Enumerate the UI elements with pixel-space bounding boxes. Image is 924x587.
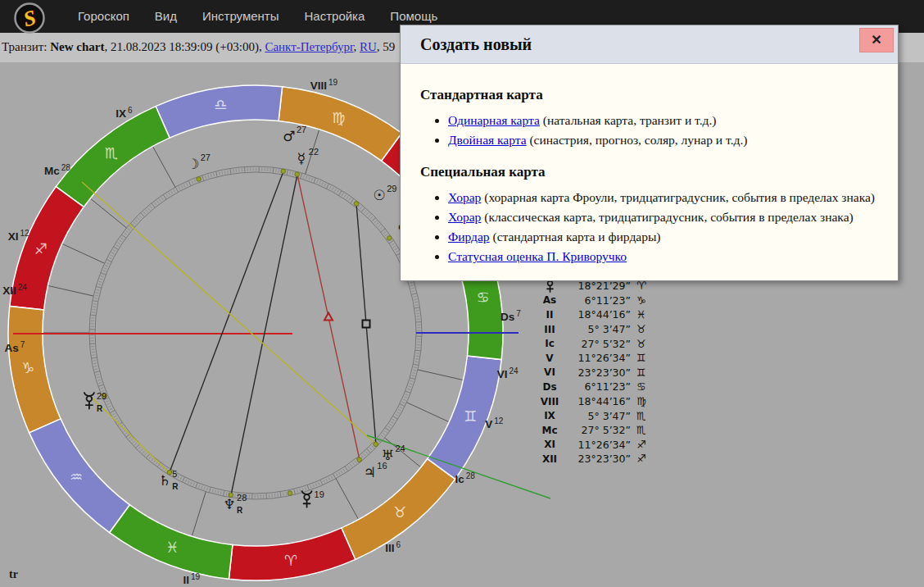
degree-dot-venus	[387, 236, 392, 241]
svg-text:5: 5	[172, 469, 177, 479]
menu-items: ГороскопВидИнструментыНастройкаПомощь	[78, 0, 437, 33]
point-label: Ic	[534, 338, 565, 349]
svg-text:19: 19	[315, 489, 324, 499]
svg-text:♃: ♃	[364, 464, 376, 480]
sign-glyph-scorpio: ♏	[105, 144, 118, 162]
degree-dot-sun	[354, 202, 359, 207]
zodiac-sign-glyph: ♑	[631, 294, 649, 307]
point-position: 11°26’34”	[565, 352, 631, 364]
dialog-body: Стандартная картаОдинарная карта (наталь…	[401, 64, 898, 264]
house-label-II: II19	[183, 572, 201, 586]
position-row-XI: XI11°26’34”♐	[534, 438, 649, 453]
position-row-Ds: Ds6°11’23”♋	[534, 380, 649, 394]
zodiac-sign-glyph: ♊	[631, 352, 649, 364]
svg-text:29: 29	[387, 184, 396, 193]
menu-item-2[interactable]: Инструменты	[202, 0, 279, 33]
app-logo-icon[interactable]: S	[11, 1, 48, 37]
position-row-III: III5° 3’47”♉	[534, 322, 649, 337]
section-list-0: Одинарная карта (натальная карта, транзи…	[420, 113, 878, 148]
svg-text:29: 29	[97, 391, 106, 401]
house-label-V: V12	[485, 416, 504, 430]
house-label-VIII: VIII19	[310, 78, 338, 92]
chart-type-option-s1-i3: Статусная оценка П. Криворучко	[448, 249, 878, 264]
planet-sun: ☉29	[374, 184, 397, 203]
chart-name: New chart	[50, 40, 104, 53]
zodiac-sign-glyph: ♊	[631, 366, 649, 379]
chart-type-link-s1-i3[interactable]: Статусная оценка П. Криворучко	[448, 249, 627, 263]
position-row-XII: XII23°23’30”♐	[534, 452, 649, 466]
chart-type-link-s0-i0[interactable]: Одинарная карта	[448, 113, 540, 127]
aspect-line-4	[82, 182, 376, 444]
degree-dot-uranus	[374, 442, 378, 447]
point-label: VI	[534, 366, 565, 378]
menu-item-0[interactable]: Гороскоп	[78, 0, 129, 33]
cusp-line-Mc	[91, 199, 126, 228]
status-prefix: Транзит:	[2, 40, 50, 53]
point-label: II	[534, 309, 565, 321]
point-position: 27° 5’32”	[565, 338, 631, 350]
svg-text:R: R	[237, 506, 243, 515]
zodiac-sign-glyph: ♍	[631, 395, 649, 407]
country-link[interactable]: RU	[360, 40, 377, 53]
zodiac-sign-glyph: ♈	[631, 280, 649, 292]
point-position: 18°44’16”	[565, 308, 631, 321]
point-position: 5° 3’47”	[565, 410, 631, 422]
point-label: XI	[534, 439, 565, 450]
zodiac-sign-glyph: ♋	[631, 380, 649, 393]
chart-type-desc: (натальная карта, транзит и т.д.)	[540, 113, 717, 127]
degree-dot-mars	[281, 169, 286, 174]
section-heading-1: Специальная карта	[420, 164, 878, 180]
position-row-II: II18°44’16”♓	[534, 307, 649, 322]
planet-uranus: ♅24	[382, 444, 405, 463]
sign-glyph-aries: ♈	[284, 552, 297, 569]
svg-text:R: R	[172, 482, 179, 491]
house-label-IX: IX6	[116, 106, 133, 120]
svg-text:22: 22	[309, 147, 319, 157]
sign-glyph-aquarius: ♒	[70, 468, 83, 485]
close-icon[interactable]: ✕	[859, 28, 894, 52]
cusp-line-V	[406, 403, 448, 421]
chart-type-link-s0-i1[interactable]: Двойная карта	[448, 133, 527, 147]
degree-dot-selena-white-moon	[288, 491, 292, 496]
positions-table: 18°21’29”♈As6°11’23”♑II18°44’16”♓III5° 3…	[534, 279, 649, 466]
chart-type-option-s0-i1: Двойная карта (синастрия, прогноз, соляр…	[448, 133, 878, 148]
svg-text:♅: ♅	[382, 447, 394, 463]
position-row-VIII: VIII18°44’16”♍	[534, 394, 649, 409]
point-label: As	[534, 294, 565, 306]
menu-item-3[interactable]: Настройка	[305, 0, 365, 33]
zodiac-sign-glyph: ♐	[631, 439, 649, 451]
chart-type-desc: (стандартная карта и фирдары)	[490, 230, 661, 243]
sign-glyph-pisces: ♓	[165, 539, 179, 556]
svg-text:R: R	[97, 404, 103, 413]
svg-text:28: 28	[237, 493, 247, 503]
chart-type-option-s1-i0: Хорар (хорарная карта Фроули, тридцатигр…	[448, 190, 878, 205]
sign-glyph-sagittarius: ♐	[34, 240, 48, 257]
chart-type-option-s1-i1: Хорар (классическая карта, тридцатиграду…	[448, 210, 878, 225]
point-label: IX	[534, 410, 565, 421]
planet-moon: ☽27	[187, 152, 211, 172]
planet-neptune: ♆28R	[223, 493, 247, 515]
svg-text:24: 24	[395, 444, 405, 453]
square-aspect-icon	[363, 321, 370, 328]
position-row-VI: VI23°23’30”♊	[534, 366, 649, 380]
sign-glyph-libra: ♎	[214, 96, 227, 113]
house-label-VI: VI24	[497, 366, 519, 380]
svg-text:27: 27	[201, 152, 211, 162]
zodiac-sign-glyph: ♐	[631, 453, 649, 465]
svg-text:☿: ☿	[297, 150, 306, 166]
degree-dot-mercury	[295, 172, 300, 177]
chart-type-link-s1-i0[interactable]: Хорар	[448, 190, 481, 204]
point-label: Ds	[534, 381, 565, 393]
chart-type-desc: (хорарная карта Фроули, тридцатиградусни…	[481, 190, 875, 204]
planet-jupiter: ♃16	[364, 461, 387, 480]
point-position: 23°23’30”	[565, 453, 631, 465]
planet-mars: ♂27	[283, 125, 306, 144]
planet-saturn: ♄5R	[159, 469, 179, 491]
city-link[interactable]: Санкт-Петербург	[265, 40, 353, 53]
dialog-title: Создать новый	[420, 35, 532, 54]
chart-type-desc: (синастрия, прогноз, соляр, лунар и т.д.…	[527, 133, 748, 147]
chart-type-link-s1-i1[interactable]: Хорар	[448, 210, 481, 224]
menu-item-1[interactable]: Вид	[155, 0, 177, 33]
chart-type-link-s1-i2[interactable]: Фирдар	[448, 230, 490, 243]
svg-text:♂: ♂	[283, 128, 295, 144]
